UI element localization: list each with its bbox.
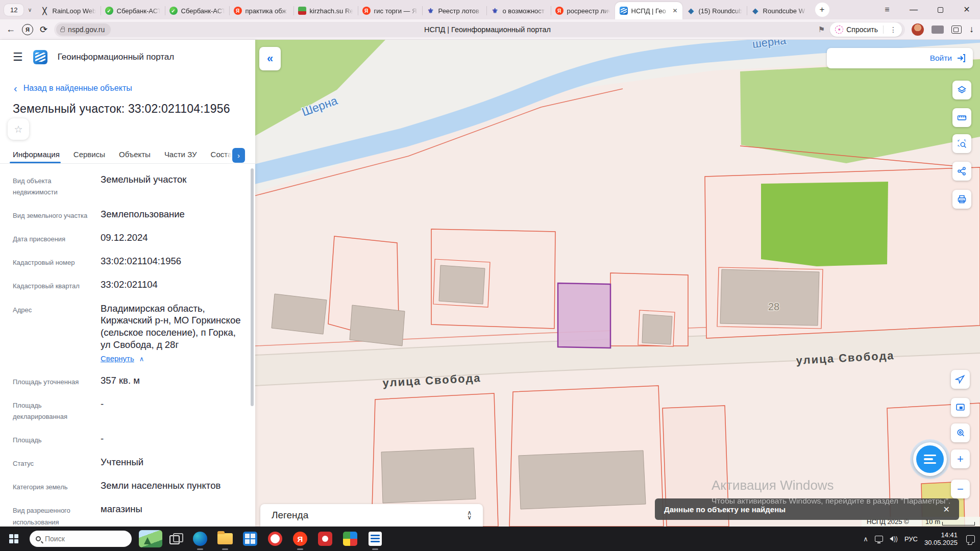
gerb-favicon-icon: ⚜: [427, 7, 435, 15]
taskbar-clock[interactable]: 14:41 30.05.2025: [924, 531, 958, 546]
tab-roundcube-2[interactable]: ◆Roundcube W: [747, 2, 811, 19]
ask-menu-dots-icon[interactable]: ⋮: [887, 26, 900, 34]
page-title: НСПД | Геоинформационный портал: [424, 26, 551, 34]
tab-rainloop[interactable]: ╳RainLoop Web: [36, 2, 101, 19]
tab-gis-torgi[interactable]: Ягис торги — Я: [358, 2, 422, 19]
share-tool-button[interactable]: [952, 162, 971, 181]
share-icon: [957, 166, 967, 177]
panel-tabs: Информация Сервисы Объекты Части ЗУ Сост…: [0, 148, 255, 163]
domain-chip[interactable]: nspd.gov.ru: [56, 23, 111, 36]
network-tray-icon[interactable]: [875, 536, 883, 542]
area-select-icon: [957, 138, 967, 149]
alice-ask-button[interactable]: ✶ Спросить ⋮: [830, 22, 902, 37]
tab-parts[interactable]: Части ЗУ: [164, 148, 197, 163]
chat-widget-button[interactable]: [910, 439, 950, 479]
tab-sberbank-ast-2[interactable]: ✓Сбербанк-АСТ: [165, 2, 229, 19]
folder-icon: [217, 533, 233, 544]
login-bar[interactable]: Войти: [827, 48, 973, 68]
tab-objects[interactable]: Объекты: [119, 148, 151, 163]
toast-close-icon[interactable]: ✕: [943, 505, 950, 514]
search-on-map-button[interactable]: [951, 423, 970, 442]
side-panels-icon[interactable]: [951, 26, 962, 34]
hidden-icons-button[interactable]: ∧: [863, 535, 868, 543]
tab-reestr-lotov[interactable]: ⚜Реестр лотов: [422, 2, 486, 19]
zoom-out-button[interactable]: −: [951, 480, 970, 498]
bookmark-icon[interactable]: ⚑: [818, 25, 825, 34]
overview-frame-button[interactable]: [951, 398, 970, 417]
tab-counter[interactable]: 12: [4, 4, 23, 16]
alice-spark-icon: ✶: [835, 26, 843, 34]
login-label[interactable]: Войти: [930, 54, 952, 63]
tab-close-icon[interactable]: ✕: [672, 7, 677, 14]
field-row: Площадь-: [13, 433, 241, 446]
taskbar-app-edge[interactable]: [192, 531, 208, 547]
sberbank-favicon-icon: ✓: [105, 7, 113, 15]
browser-toolbar: ← Я ⟳ nspd.gov.ru НСПД | Геоинформационн…: [0, 19, 980, 40]
ruler-tool-button[interactable]: [952, 108, 971, 127]
clock-date: 30.05.2025: [924, 539, 958, 546]
widgets-button[interactable]: [139, 530, 162, 547]
window-close-button[interactable]: ✕: [953, 0, 980, 19]
tab-nspd-active[interactable]: НСПД | Гео✕: [615, 2, 682, 19]
taskbar-app-tiles[interactable]: [342, 531, 358, 547]
downloads-icon[interactable]: ↓: [969, 24, 974, 35]
collapse-address-link[interactable]: Свернуть: [101, 354, 134, 363]
field-row: Вид земельного участкаЗемлепользование: [13, 208, 241, 221]
refresh-button[interactable]: ⟳: [40, 24, 47, 35]
taskbar-app-notepad[interactable]: [367, 531, 383, 547]
field-row: Площадь декларированная-: [13, 398, 241, 422]
start-button[interactable]: [5, 530, 22, 547]
windows-taskbar: Я ∧ )) РУС 14:41 30.05.2025: [0, 527, 980, 551]
field-row: Кадастровый квартал33:02:021104: [13, 279, 241, 292]
menu-hamburger-icon[interactable]: ☰: [13, 51, 23, 64]
taskbar-search[interactable]: [30, 531, 132, 547]
tab-kirzhach[interactable]: kirzhach.su Re: [293, 2, 358, 19]
browser-menu-icon[interactable]: ≡: [874, 0, 900, 19]
map-canvas[interactable]: Шерна шерна улица Свобода улица Свобода …: [255, 40, 980, 527]
collapse-panel-button[interactable]: «: [259, 47, 281, 70]
url-text: nspd.gov.ru: [68, 26, 105, 34]
layers-tool-button[interactable]: [952, 81, 971, 99]
tab-services[interactable]: Сервисы: [74, 148, 105, 163]
zoom-in-button[interactable]: +: [951, 449, 970, 468]
tab-roundcube-1[interactable]: ◆(15) Roundcub: [682, 2, 747, 19]
tab-information[interactable]: Информация: [13, 148, 60, 163]
keyboard-language[interactable]: РУС: [904, 535, 918, 543]
taskbar-app-yandex-browser[interactable]: Я: [292, 531, 308, 547]
back-to-results-link[interactable]: ‹ Назад в найденные объекты: [0, 64, 255, 93]
tab-praktika[interactable]: Япрактика обж: [229, 2, 293, 19]
tabs-scroll-next-button[interactable]: ›: [232, 148, 245, 163]
window-minimize-button[interactable]: —: [900, 0, 927, 19]
notification-center-button[interactable]: [966, 535, 975, 543]
back-button[interactable]: ←: [6, 24, 15, 35]
search-input[interactable]: [45, 535, 111, 543]
address-bar[interactable]: nspd.gov.ru НСПД | Геоинформационный пор…: [54, 22, 905, 37]
field-row: Категория земельЗемли населенных пунктов: [13, 480, 241, 493]
legend-bar[interactable]: Легенда ∧∨: [260, 504, 483, 527]
taskbar-app-explorer[interactable]: [217, 531, 233, 547]
caret-up-icon[interactable]: ∧: [139, 355, 144, 364]
legend-collapse-icon[interactable]: ∧∨: [467, 511, 472, 520]
red-app-icon: [318, 532, 332, 546]
panel-scrollbar[interactable]: [251, 168, 254, 406]
tab-o-vozmozhnosti[interactable]: ⚜о возможност: [486, 2, 551, 19]
volume-tray-icon[interactable]: )): [890, 535, 898, 542]
taskbar-app-mail[interactable]: [242, 531, 258, 547]
tab-rosreestr[interactable]: Яросреестр лич: [551, 2, 615, 19]
tab-sberbank-ast-1[interactable]: ✓Сбербанк-АСТ: [101, 2, 165, 19]
selected-parcel[interactable]: [558, 283, 610, 348]
taskbar-app-red[interactable]: [317, 531, 333, 547]
favorite-star-button[interactable]: ☆: [8, 118, 29, 140]
yandex-home-button[interactable]: Я: [22, 24, 33, 35]
my-location-button[interactable]: [951, 370, 970, 389]
wallet-icon[interactable]: [932, 26, 944, 34]
new-tab-button[interactable]: +: [815, 3, 829, 17]
area-select-tool-button[interactable]: [952, 134, 971, 153]
opera-icon: [268, 532, 282, 546]
user-avatar[interactable]: [912, 23, 924, 36]
tab-list-chevron-icon[interactable]: ∨: [23, 7, 36, 13]
window-restore-button[interactable]: [927, 0, 953, 19]
task-view-button[interactable]: [169, 533, 183, 544]
print-tool-button[interactable]: [952, 190, 971, 209]
taskbar-app-opera[interactable]: [267, 531, 283, 547]
